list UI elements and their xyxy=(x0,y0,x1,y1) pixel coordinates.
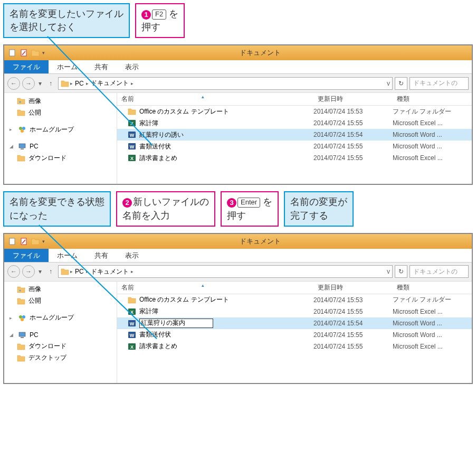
address-bar: ← → ▾ ↑ ▸ PC ▸ ドキュメント ▸ v ↻ ドキュメントの xyxy=(4,263,472,282)
breadcrumb-separator-icon[interactable]: ▸ xyxy=(131,81,134,86)
file-name[interactable]: Office のカスタム テンプレート xyxy=(139,295,313,304)
folder-icon xyxy=(128,296,136,304)
column-date[interactable]: 更新日時 xyxy=(313,283,393,292)
tab-share[interactable]: 共有 xyxy=(86,249,117,262)
breadcrumb-pc[interactable]: PC xyxy=(74,80,85,87)
column-name[interactable]: 名前 xyxy=(117,283,313,292)
file-type: Microsoft Word ... xyxy=(393,131,472,138)
file-type: Microsoft Word ... xyxy=(393,320,472,327)
file-row[interactable]: 家計簿2014/07/24 15:55Microsoft Excel ... xyxy=(117,306,472,317)
tree-item-images[interactable]: 画像 xyxy=(4,284,117,295)
breadcrumb-separator-icon[interactable]: ▸ xyxy=(70,269,73,274)
file-type: ファイル フォルダー xyxy=(393,295,472,304)
tree-item-images[interactable]: 画像 xyxy=(4,95,117,107)
file-row[interactable]: Office のカスタム テンプレート2014/07/24 15:53ファイル … xyxy=(117,106,472,117)
forward-button[interactable]: → xyxy=(22,77,35,90)
history-dropdown-icon[interactable]: ▾ xyxy=(37,78,43,89)
file-row[interactable]: 請求書まとめ2014/07/24 15:55Microsoft Excel ..… xyxy=(117,341,472,352)
file-row[interactable]: 書類送付状2014/07/24 15:55Microsoft Word ... xyxy=(117,329,472,341)
up-button[interactable]: ↑ xyxy=(45,266,56,277)
properties-icon[interactable] xyxy=(19,237,28,246)
breadcrumb-separator-icon[interactable]: ▸ xyxy=(86,81,89,86)
callout-done: 名前の変更が 完了する xyxy=(284,191,354,226)
word-icon xyxy=(128,319,136,328)
new-folder-icon[interactable] xyxy=(31,48,40,58)
explorer-window-2: ▾ ドキュメント ファイル ホーム 共有 表示 ← → ▾ ↑ ▸ PC ▸ ド… xyxy=(3,233,473,384)
address-dropdown-icon[interactable]: v xyxy=(387,80,390,87)
file-row[interactable]: 請求書まとめ2014/07/24 15:55Microsoft Excel ..… xyxy=(117,152,472,164)
file-name[interactable]: 家計簿 xyxy=(139,307,313,316)
breadcrumb-separator-icon[interactable]: ▸ xyxy=(70,81,73,86)
file-row[interactable]: 紅葉狩りの誘い2014/07/24 15:54Microsoft Word ..… xyxy=(117,129,472,141)
up-button[interactable]: ↑ xyxy=(45,78,56,89)
back-button[interactable]: ← xyxy=(7,265,20,278)
column-type[interactable]: 種類 xyxy=(393,283,472,292)
file-date: 2014/07/24 15:54 xyxy=(313,320,393,327)
callout-editable: 名前を変更できる状態 になった xyxy=(3,191,111,226)
search-input[interactable]: ドキュメントの xyxy=(410,77,469,90)
tab-view[interactable]: 表示 xyxy=(117,60,147,73)
system-menu-icon[interactable] xyxy=(7,48,17,58)
callout-step1: 1F2 を 押す xyxy=(135,3,185,38)
refresh-button[interactable]: ↻ xyxy=(395,77,407,90)
tree-item-downloads[interactable]: ダウンロード xyxy=(4,341,117,352)
qat-dropdown-icon[interactable]: ▾ xyxy=(42,239,45,244)
tree-item-pc[interactable]: ◢PC xyxy=(4,141,117,152)
file-name[interactable]: Office のカスタム テンプレート xyxy=(139,107,313,116)
key-f2: F2 xyxy=(152,10,166,20)
column-headers: ▴ 名前 更新日時 種類 xyxy=(117,93,472,106)
rename-input[interactable] xyxy=(139,319,213,328)
tree-item-pc[interactable]: ◢PC xyxy=(4,329,117,341)
file-row[interactable]: Office のカスタム テンプレート2014/07/24 15:53ファイル … xyxy=(117,294,472,306)
breadcrumb-docs[interactable]: ドキュメント xyxy=(90,267,130,276)
tab-file[interactable]: ファイル xyxy=(4,249,49,262)
tab-home[interactable]: ホーム xyxy=(49,249,86,262)
history-dropdown-icon[interactable]: ▾ xyxy=(37,266,43,277)
qat-dropdown-icon[interactable]: ▾ xyxy=(42,50,45,55)
breadcrumb-bar[interactable]: ▸ PC ▸ ドキュメント ▸ v xyxy=(58,265,393,278)
address-bar: ← → ▾ ↑ ▸ PC ▸ ドキュメント ▸ v ↻ ドキュメントの xyxy=(4,74,472,93)
forward-button[interactable]: → xyxy=(22,265,35,278)
file-date: 2014/07/24 15:55 xyxy=(313,343,393,350)
breadcrumb-pc[interactable]: PC xyxy=(74,268,85,275)
word-icon xyxy=(128,130,136,139)
refresh-button[interactable]: ↻ xyxy=(395,265,407,278)
address-dropdown-icon[interactable]: v xyxy=(387,268,390,275)
tree-item-public[interactable]: 公開 xyxy=(4,107,117,118)
file-date: 2014/07/24 15:55 xyxy=(313,331,393,339)
tree-item-homegroup[interactable]: ▸ホームグループ xyxy=(4,312,117,324)
back-button[interactable]: ← xyxy=(7,77,20,90)
tree-item-homegroup[interactable]: ▸ホームグループ xyxy=(4,124,117,135)
file-name[interactable]: 紅葉狩りの誘い xyxy=(139,130,313,139)
breadcrumb-bar[interactable]: ▸ PC ▸ ドキュメント ▸ v xyxy=(58,77,393,90)
column-date[interactable]: 更新日時 xyxy=(313,95,393,104)
file-name[interactable]: 請求書まとめ xyxy=(139,154,313,163)
breadcrumb-separator-icon[interactable]: ▸ xyxy=(131,269,134,274)
step-number-1: 1 xyxy=(141,10,151,20)
system-menu-icon[interactable] xyxy=(7,237,17,246)
tree-item-downloads[interactable]: ダウンロード xyxy=(4,152,117,164)
tab-share[interactable]: 共有 xyxy=(86,60,117,73)
column-type[interactable]: 種類 xyxy=(393,95,472,104)
callout-step2: 2新しいファイルの 名前を入力 xyxy=(116,191,215,226)
file-row[interactable]: 書類送付状2014/07/24 15:55Microsoft Word ... xyxy=(117,141,472,152)
file-name[interactable]: 請求書まとめ xyxy=(139,342,313,351)
file-row[interactable]: 家計簿2014/07/24 15:55Microsoft Excel ... xyxy=(117,117,472,129)
tree-item-desktop[interactable]: デスクトップ xyxy=(4,352,117,364)
new-folder-icon[interactable] xyxy=(31,237,40,246)
tree-item-public[interactable]: 公開 xyxy=(4,295,117,307)
tab-file[interactable]: ファイル xyxy=(4,60,49,73)
file-name[interactable]: 書類送付状 xyxy=(139,330,313,339)
file-list: ▴ 名前 更新日時 種類 Office のカスタム テンプレート2014/07/… xyxy=(117,282,472,383)
file-date: 2014/07/24 15:55 xyxy=(313,119,393,127)
file-name[interactable]: 書類送付状 xyxy=(139,142,313,151)
file-row[interactable]: 2014/07/24 15:54Microsoft Word ... xyxy=(117,317,472,329)
properties-icon[interactable] xyxy=(19,48,28,58)
search-input[interactable]: ドキュメントの xyxy=(410,265,469,278)
file-name[interactable]: 家計簿 xyxy=(139,119,313,128)
tab-view[interactable]: 表示 xyxy=(117,249,147,262)
folder-icon xyxy=(61,267,69,276)
sort-indicator-icon: ▴ xyxy=(202,283,204,288)
column-name[interactable]: 名前 xyxy=(117,95,313,104)
file-name[interactable] xyxy=(139,319,313,328)
